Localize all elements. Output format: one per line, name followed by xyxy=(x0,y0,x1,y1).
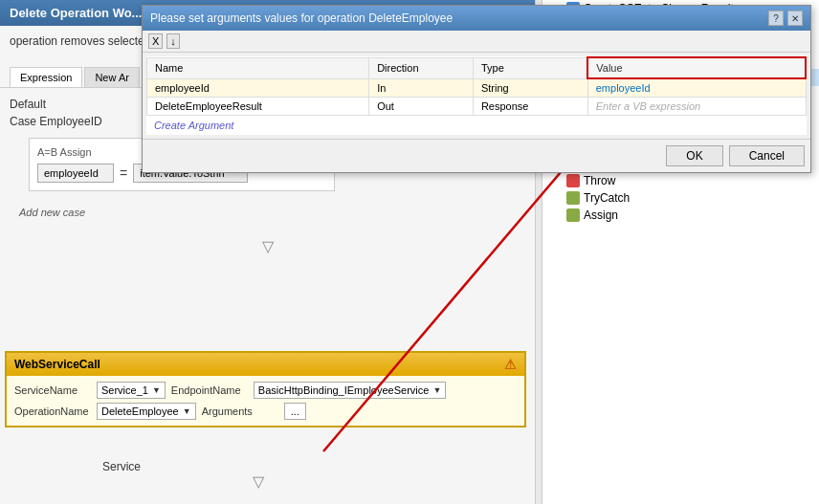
cell-value[interactable]: employeeId xyxy=(587,78,806,98)
endpoint-dropdown[interactable]: BasicHttpBinding_IEmployeeService ▼ xyxy=(254,382,446,399)
panel-title: Delete Operation Wo... xyxy=(10,6,142,20)
col-value: Value xyxy=(587,57,806,78)
tree-item[interactable]: Assign xyxy=(542,207,819,224)
ws-row-service: ServiceName Service_1 ▼ EndpointName Bas… xyxy=(14,382,517,399)
dialog-toolbar: X ↓ xyxy=(143,31,810,53)
tree-item[interactable]: Throw xyxy=(542,172,819,189)
cell-name: DeleteEmployeeResult xyxy=(147,98,369,116)
down-arrow-2: ▽ xyxy=(249,469,268,494)
description-text: operation removes selected xyxy=(10,34,150,48)
ws-block-header: WebServiceCall ⚠ xyxy=(7,353,524,376)
ok-button[interactable]: OK xyxy=(666,145,722,166)
tree-item-label: TryCatch xyxy=(584,191,630,205)
arguments-btn[interactable]: ... xyxy=(284,403,306,420)
operation-dropdown[interactable]: DeleteEmployee ▼ xyxy=(97,403,196,420)
col-direction: Direction xyxy=(369,57,474,78)
service-label: ServiceName xyxy=(14,384,91,396)
ws-block: WebServiceCall ⚠ ServiceName Service_1 ▼… xyxy=(5,351,526,427)
tree-item[interactable]: TryCatch xyxy=(542,189,819,207)
tab-expression[interactable]: Expression xyxy=(10,67,82,87)
cell-direction: Out xyxy=(369,98,474,116)
table-row[interactable]: employeeIdInStringemployeeId xyxy=(147,78,807,98)
down-arrow-1: ▽ xyxy=(0,233,535,259)
arguments-dialog: Please set arguments values for operatio… xyxy=(142,5,811,173)
dialog-title-buttons: ? ✕ xyxy=(768,11,803,26)
ws-warning-icon: ⚠ xyxy=(504,357,517,372)
assign-left[interactable]: employeeId xyxy=(37,164,114,183)
cancel-button[interactable]: Cancel xyxy=(729,145,805,166)
assign-equals: = xyxy=(120,165,127,181)
ws-row-operation: OperationName DeleteEmployee ▼ Arguments… xyxy=(14,403,517,420)
toolbar-down-btn[interactable]: ↓ xyxy=(166,33,180,49)
cell-type: String xyxy=(473,78,587,98)
flow-icon xyxy=(566,191,580,205)
create-argument[interactable]: Create Argument xyxy=(146,116,807,135)
dialog-close-btn[interactable]: ✕ xyxy=(787,11,803,26)
service-dropdown[interactable]: Service_1 ▼ xyxy=(97,382,166,399)
ws-fields: ServiceName Service_1 ▼ EndpointName Bas… xyxy=(7,376,524,426)
table-row[interactable]: DeleteEmployeeResultOutResponseEnter a V… xyxy=(147,98,807,116)
col-type: Type xyxy=(473,57,587,78)
arguments-label: Arguments xyxy=(202,405,278,417)
add-new-case[interactable]: Add new case xyxy=(10,201,525,224)
tree-item-label: Assign xyxy=(584,208,618,222)
service-dropdown-arrow: ▼ xyxy=(152,385,161,395)
tab-new-ar[interactable]: New Ar xyxy=(84,67,139,87)
throw-icon xyxy=(566,174,580,187)
dialog-titlebar: Please set arguments values for operatio… xyxy=(143,6,810,31)
arguments-table: Name Direction Type Value employeeIdInSt… xyxy=(146,56,807,116)
dialog-title: Please set arguments values for operatio… xyxy=(150,11,453,25)
cell-type: Response xyxy=(473,98,587,116)
toolbar-x-btn[interactable]: X xyxy=(148,33,163,49)
cell-name: employeeId xyxy=(147,78,369,98)
endpoint-dropdown-arrow: ▼ xyxy=(432,385,441,395)
endpoint-label: EndpointName xyxy=(171,384,248,396)
cell-value[interactable]: Enter a VB expression xyxy=(587,98,806,116)
operation-label: OperationName xyxy=(14,405,91,417)
ws-block-title: WebServiceCall xyxy=(14,358,100,371)
operation-dropdown-arrow: ▼ xyxy=(183,406,191,416)
dialog-help-btn[interactable]: ? xyxy=(768,11,784,26)
col-name: Name xyxy=(147,57,369,78)
service-footer-label: Service xyxy=(102,460,141,473)
dialog-table-container: Name Direction Type Value employeeIdInSt… xyxy=(146,56,807,135)
tree-item-label: Throw xyxy=(584,174,615,187)
dialog-footer: OK Cancel xyxy=(143,139,810,172)
flow-icon xyxy=(566,208,580,222)
cell-direction: In xyxy=(369,78,474,98)
